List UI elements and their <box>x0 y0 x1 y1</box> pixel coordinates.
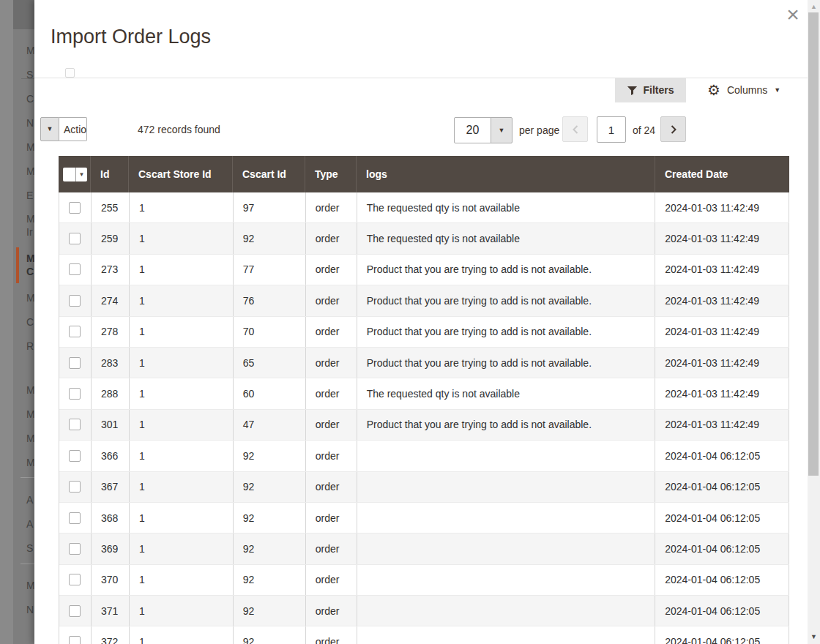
cell-type: order <box>306 596 357 626</box>
cell-logs: The requested qty is not available <box>357 192 656 222</box>
row-checkbox[interactable] <box>69 233 81 244</box>
sidebar-item-fragment: M <box>26 580 34 591</box>
columns-button[interactable]: ⚙ Columns ▼ <box>707 80 780 100</box>
chevron-down-icon: ▼ <box>79 171 85 178</box>
cell-type: order <box>306 533 357 564</box>
row-checkbox[interactable] <box>69 605 81 617</box>
import-order-logs-modal: Import Order Logs × Filters ⚙ Columns ▼ … <box>34 0 808 644</box>
column-header-created-date[interactable]: Created Date <box>655 156 789 192</box>
cell-cscart-store-id: 1 <box>130 472 234 502</box>
row-checkbox[interactable] <box>69 419 81 430</box>
sidebar-item-fragment: A <box>26 495 33 506</box>
cell-created-date: 2024-01-04 06:12:05 <box>655 441 789 471</box>
scroll-up-icon[interactable]: ▲ <box>808 0 820 12</box>
actions-button[interactable]: Actio <box>59 117 87 141</box>
gear-icon: ⚙ <box>707 83 720 97</box>
select-all-checkbox[interactable] <box>63 168 75 181</box>
cell-id: 301 <box>92 410 130 440</box>
cell-type: order <box>306 285 357 315</box>
sidebar-item-fragment: M <box>26 253 34 264</box>
row-select-cell <box>59 441 92 471</box>
row-checkbox[interactable] <box>69 295 81 307</box>
column-header-type[interactable]: Type <box>305 156 357 192</box>
cell-logs: Product that you are trying to add is no… <box>357 348 656 378</box>
select-all-caret[interactable]: ▼ <box>75 168 87 181</box>
cell-logs: The requested qty is not available <box>357 223 656 253</box>
column-header-cscart-store-id[interactable]: Cscart Store Id <box>129 156 233 192</box>
per-page-select[interactable]: 20 ▼ <box>454 117 512 143</box>
sidebar-item-fragment: N <box>26 604 34 615</box>
sidebar-item-fragment: Ir <box>26 227 33 238</box>
cell-cscart-store-id: 1 <box>130 533 234 564</box>
actions-dropdown-toggle[interactable]: ▼ <box>40 117 59 141</box>
chevron-down-icon: ▼ <box>774 87 780 94</box>
row-select-cell <box>59 192 92 222</box>
filters-label: Filters <box>643 84 674 96</box>
cell-cscart-id: 65 <box>234 348 306 378</box>
cell-logs: Product that you are trying to add is no… <box>357 255 656 285</box>
cell-logs: Product that you are trying to add is no… <box>357 317 656 347</box>
chevron-left-icon <box>571 124 580 135</box>
row-checkbox[interactable] <box>69 636 81 644</box>
filters-button[interactable]: Filters <box>615 78 686 102</box>
cell-id: 288 <box>92 378 130 408</box>
row-checkbox[interactable] <box>69 543 81 555</box>
page-number-input[interactable] <box>597 116 626 143</box>
row-checkbox[interactable] <box>69 574 81 585</box>
sidebar-item-fragment: N <box>26 118 34 129</box>
close-icon[interactable]: × <box>783 3 803 26</box>
scrollbar-thumb[interactable] <box>808 12 819 476</box>
cell-type: order <box>306 472 357 502</box>
row-checkbox[interactable] <box>69 512 81 524</box>
cell-type: order <box>306 441 357 471</box>
admin-header-fragment <box>13 0 34 29</box>
cell-type: order <box>306 192 357 222</box>
row-checkbox[interactable] <box>69 202 81 214</box>
scroll-down-icon[interactable]: ▼ <box>808 631 820 643</box>
row-checkbox[interactable] <box>69 263 81 275</box>
cell-id: 274 <box>92 285 130 315</box>
column-header-cscart-id[interactable]: Cscart Id <box>233 156 305 192</box>
sidebar-item-fragment: M <box>26 45 34 56</box>
sidebar-item-fragment: E <box>26 190 33 201</box>
row-checkbox[interactable] <box>69 326 81 337</box>
grid-header-row: ▼ Id Cscart Store Id Cscart Id Type logs… <box>59 156 789 192</box>
row-checkbox[interactable] <box>69 450 81 462</box>
sidebar-item-fragment: M <box>26 433 34 444</box>
cell-cscart-store-id: 1 <box>130 317 234 347</box>
row-checkbox[interactable] <box>69 481 81 493</box>
cell-id: 259 <box>92 223 130 253</box>
cell-created-date: 2024-01-03 11:42:49 <box>655 348 789 378</box>
row-checkbox[interactable] <box>69 388 81 400</box>
modal-overlay[interactable]: MSCNMMEMIrMCMCRMMMMAASMN <box>0 0 34 644</box>
cell-cscart-store-id: 1 <box>130 503 234 533</box>
cell-cscart-store-id: 1 <box>130 192 234 222</box>
sidebar-item-fragment: M <box>26 166 34 177</box>
chevron-down-icon: ▼ <box>499 127 505 134</box>
cell-id: 283 <box>92 348 130 378</box>
sidebar-item-fragment: A <box>26 519 33 530</box>
previous-page-button[interactable] <box>562 116 588 142</box>
table-row: 274 1 76 order Product that you are tryi… <box>59 285 789 316</box>
sidebar-item-fragment: M <box>26 293 34 304</box>
cell-logs <box>357 472 656 502</box>
cell-type: order <box>306 626 357 644</box>
select-all-dropdown[interactable]: ▼ <box>63 168 87 181</box>
next-page-button[interactable] <box>660 116 686 142</box>
cell-logs <box>357 565 656 595</box>
sidebar-item-fragment: C <box>26 94 34 105</box>
vertical-scrollbar[interactable]: ▲ ▼ <box>808 0 820 644</box>
row-select-cell <box>59 472 92 502</box>
cell-cscart-id: 92 <box>234 441 306 471</box>
per-page-dropdown-toggle[interactable]: ▼ <box>491 117 512 143</box>
total-pages-text: of 24 <box>633 124 655 136</box>
table-row: 371 1 92 order 2024-01-04 06:12:05 <box>59 596 789 626</box>
row-checkbox[interactable] <box>69 357 81 369</box>
stray-checkbox[interactable] <box>65 68 75 78</box>
column-header-logs[interactable]: logs <box>357 156 655 192</box>
cell-cscart-id: 70 <box>234 317 306 347</box>
cell-type: order <box>306 410 357 440</box>
cell-cscart-id: 47 <box>234 410 306 440</box>
column-header-id[interactable]: Id <box>91 156 129 192</box>
chevron-right-icon <box>669 124 678 135</box>
